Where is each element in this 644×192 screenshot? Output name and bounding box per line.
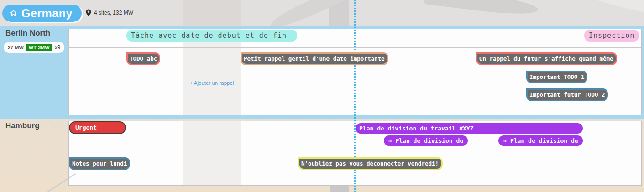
reminder-bar-todo-abc[interactable]: TODO abc	[126, 52, 160, 65]
reminder-bar-deconnexion[interactable]: N'oubliez pas vous déconnecter vendredi!	[298, 157, 443, 170]
grid-column-line	[583, 121, 583, 185]
reminder-bar-important-todo-2[interactable]: Important futur TODO 2	[526, 88, 608, 101]
task-bar-label: Tâche avec date de début et de fin	[131, 31, 287, 40]
highlighted-day-cell[interactable]	[183, 29, 241, 115]
task-bar-label: Plan de division du travail #XYZ	[359, 125, 473, 132]
task-bar-urgent[interactable]: Urgent	[69, 121, 126, 134]
reminder-bar-important-todo-1[interactable]: Important TODO 1	[526, 71, 587, 83]
grid-column-line	[298, 121, 298, 185]
grid-column-line	[126, 29, 126, 115]
task-bar-inspection[interactable]: Inspection	[584, 30, 639, 42]
turbine-tower-photo	[330, 186, 349, 192]
region-nav-pill[interactable]: Germany	[2, 5, 82, 22]
reminder-label: Notes pour lundi	[72, 160, 127, 167]
grid-column-line	[241, 121, 241, 185]
task-bar-label: Urgent	[75, 124, 97, 131]
sites-summary-label: 4 sites, 132 MW	[94, 10, 133, 16]
home-icon	[10, 10, 17, 17]
reminder-label: Petit rappel gentil d'une date important…	[244, 55, 385, 62]
sidebar-site-hamburg[interactable]: Hamburg	[5, 121, 40, 130]
region-label: Germany	[21, 7, 73, 20]
grid-column-line	[183, 29, 183, 115]
task-bar-label: → Plan de division du	[388, 137, 463, 144]
grid-column-line	[183, 121, 183, 185]
capacity-label: 27 MW	[8, 45, 24, 50]
task-bar-label: → Plan de division du	[503, 137, 578, 144]
location-pin-icon	[86, 9, 91, 16]
task-bar-date-range[interactable]: Tâche avec date de début et de fin	[126, 30, 297, 42]
highlighted-day-cell[interactable]	[183, 121, 241, 185]
reminder-label: Important futur TODO 2	[529, 91, 605, 98]
turbine-count-label: x9	[55, 44, 61, 51]
add-reminder-link[interactable]: + Ajouter un rappel	[183, 80, 241, 86]
grid-column-line	[126, 121, 126, 185]
grid-column-line	[241, 29, 241, 115]
berlin-capacity-chip: 27 MW WT 3MW x9	[4, 42, 64, 53]
sidebar-site-berlin-north[interactable]: Berlin North	[5, 29, 50, 38]
task-bar-label: Inspection	[589, 31, 634, 40]
reminder-bar-futur-rappel[interactable]: Un rappel du futur s'affiche quand même	[476, 52, 617, 65]
grid-column-line	[412, 29, 412, 115]
turbine-blade-photo	[423, 0, 539, 18]
wind-farm-timeline-app: Germany 4 sites, 132 MW Berlin North 27 …	[0, 0, 644, 192]
grid-column-line	[298, 29, 298, 115]
turbine-type-badge: WT 3MW	[26, 44, 52, 51]
task-bar-plan-continuation-2[interactable]: → Plan de division du	[498, 135, 583, 146]
task-bar-plan-continuation-1[interactable]: → Plan de division du	[384, 135, 468, 146]
turbine-blade-photo	[560, 0, 644, 19]
reminder-label: Un rappel du futur s'affiche quand même	[479, 55, 613, 62]
grid-column-line	[469, 29, 469, 115]
reminder-bar-notes-lundi[interactable]: Notes pour lundi	[69, 157, 130, 170]
reminder-bar-petit-rappel[interactable]: Petit rappel gentil d'une date important…	[241, 52, 388, 65]
reminder-label: Important TODO 1	[529, 73, 584, 80]
reminder-label: N'oubliez pas vous déconnecter vendredi!	[301, 160, 439, 167]
task-bar-plan-xyz[interactable]: Plan de division du travail #XYZ	[356, 123, 583, 134]
reminder-label: TODO abc	[130, 55, 157, 62]
sites-summary: 4 sites, 132 MW	[86, 9, 133, 16]
